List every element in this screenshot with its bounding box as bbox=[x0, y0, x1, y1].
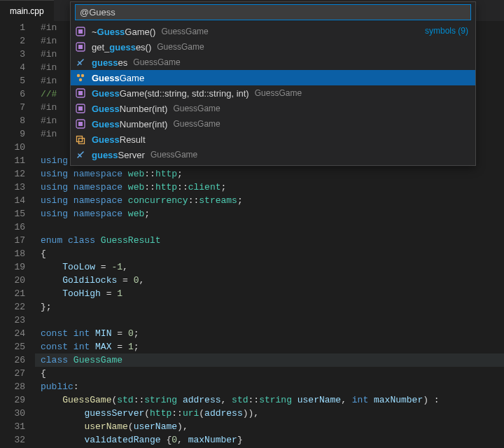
field-icon bbox=[75, 149, 86, 160]
suggestion-label: GuessGame(std::string, std::string, int) bbox=[92, 88, 249, 99]
suggestion-container: GuessGame bbox=[173, 119, 220, 129]
suggestion-label: ~GuessGame() bbox=[92, 27, 155, 37]
svg-point-6 bbox=[79, 78, 82, 81]
enum-icon bbox=[75, 134, 86, 145]
svg-rect-12 bbox=[78, 122, 83, 126]
suggestion-label: GuessNumber(int) bbox=[92, 119, 167, 130]
method-icon bbox=[75, 41, 86, 52]
method-icon bbox=[75, 88, 86, 99]
symbol-suggestion[interactable]: GuessNumber(int)GuessGame bbox=[71, 116, 475, 132]
method-icon bbox=[75, 26, 86, 37]
svg-rect-13 bbox=[77, 136, 83, 142]
suggestion-label: guesses bbox=[92, 57, 127, 68]
symbol-search-input[interactable] bbox=[75, 4, 471, 20]
symbols-count-hint[interactable]: symbols (9) bbox=[425, 26, 468, 36]
symbol-picker: symbols (9) ~GuessGame()GuessGameget_gue… bbox=[70, 1, 476, 166]
symbol-suggestion[interactable]: GuessGame bbox=[71, 70, 475, 85]
tab-label: main.cpp bbox=[10, 6, 44, 16]
svg-point-5 bbox=[81, 74, 84, 77]
suggestion-label: GuessGame bbox=[92, 73, 144, 83]
suggestion-container: GuessGame bbox=[157, 42, 204, 52]
svg-point-4 bbox=[77, 74, 80, 77]
svg-rect-3 bbox=[78, 45, 83, 49]
suggestion-label: get_guesses() bbox=[92, 42, 151, 52]
method-icon bbox=[75, 103, 86, 114]
line-number-gutter: 1234567891011121314151617181920212223242… bbox=[0, 21, 35, 447]
suggestion-container: GuessGame bbox=[173, 104, 220, 113]
field-icon bbox=[75, 57, 86, 68]
symbol-suggestion[interactable]: GuessResult bbox=[71, 132, 475, 147]
symbol-suggestion[interactable]: get_guesses()GuessGame bbox=[71, 39, 475, 55]
svg-rect-1 bbox=[78, 29, 83, 34]
symbol-suggestion[interactable]: ~GuessGame()GuessGame bbox=[71, 24, 475, 39]
method-icon bbox=[75, 118, 86, 130]
symbol-suggestion[interactable]: guessServerGuessGame bbox=[71, 147, 475, 162]
suggestion-label: guessServer bbox=[92, 150, 145, 160]
tab-main-cpp[interactable]: main.cpp bbox=[0, 0, 54, 21]
suggestion-container: GuessGame bbox=[161, 27, 208, 36]
symbol-suggestion[interactable]: GuessNumber(int)GuessGame bbox=[71, 101, 475, 116]
suggestion-label: GuessNumber(int) bbox=[92, 104, 167, 114]
suggestion-label: GuessResult bbox=[92, 134, 146, 145]
svg-rect-14 bbox=[79, 139, 85, 144]
symbol-suggestion[interactable]: GuessGame(std::string, std::string, int)… bbox=[71, 85, 475, 101]
suggestion-container: GuessGame bbox=[133, 57, 180, 67]
suggestion-container: GuessGame bbox=[150, 150, 197, 160]
symbol-suggestion[interactable]: guessesGuessGame bbox=[71, 55, 475, 70]
svg-rect-8 bbox=[78, 91, 83, 95]
svg-rect-10 bbox=[78, 106, 83, 111]
symbol-list: ~GuessGame()GuessGameget_guesses()GuessG… bbox=[71, 24, 475, 165]
class-icon bbox=[75, 72, 86, 83]
suggestion-container: GuessGame bbox=[255, 88, 302, 98]
